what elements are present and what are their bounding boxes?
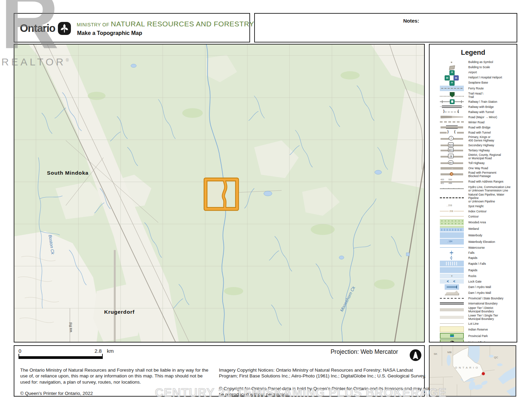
legend-item: Building as Symbol [440,60,515,64]
legend-item-label: Watercourse [468,246,485,249]
legend-item-label: Railway with Bridge [468,105,494,109]
contour-icon [440,214,464,219]
legend-item-label: Natural Gas Pipeline, Water Pipeline or … [468,193,515,203]
legend-item-label: Winter Road [468,121,484,124]
secondary-highway-icon: 524 [440,143,464,147]
legend-item-label: Road with Address Ranges [468,180,504,183]
scale-end-label: 2.8 [95,348,102,354]
national-park-icon [440,339,464,342]
legend-item: Hydro Line, Communication Line or Unknow… [440,185,515,192]
inset-map: SK MB O N T A R I O QC [430,346,516,396]
legend-item-label: Waterbody [468,234,482,237]
address-ranges-icon: 420 500 421 499 [440,178,464,185]
legend-item-label: Primary, Kings or 400 Series Highway [468,135,494,142]
ministry-prefix: MINISTRY OF [77,22,111,27]
legend-item: Dam \ Hydro Wall [440,284,515,290]
legend-item-label: Building to Scale [468,65,490,69]
legend-item-label: Provincial \ State Boundary [468,297,504,300]
legend-panel: Legend Building as SymbolBuilding to Sca… [429,44,517,342]
seaplane-base-icon [440,81,464,85]
north-arrow-icon [409,349,422,362]
notes-label: Notes: [403,18,419,24]
ontario-logo: Ontario [20,22,71,35]
lock-gate-icon [440,279,464,284]
lower-tier-boundary-icon [440,315,464,319]
inset-locator-map: SK MB O N T A R I O QC [429,345,516,397]
legend-item: International Boundary [440,301,515,306]
lot-line-icon [440,322,464,326]
scale-unit-label: km [107,348,114,354]
legend-item: 420 500 421 499Road with Address Ranges [440,178,515,185]
legend-item-label: Rapids \ Falls [468,262,486,265]
legend-item: Watercourse [440,245,515,250]
legend-item: 524Secondary Highway [440,143,515,147]
rocks-icon [440,274,464,278]
legend-item: Winter Road [440,120,515,124]
inset-label-qc: QC [494,356,498,359]
wooded-area-icon [440,219,464,225]
legend-item: Lot Line [440,321,515,326]
imagery-copyright: Imagery Copyright Notices: Ontario Minis… [219,367,431,379]
legend-item-label: Heliport \ Hospital Heliport [468,76,502,79]
notes-box: Notes: [254,13,517,42]
ferry-route-icon [440,86,464,91]
rapids-area-icon [440,267,464,273]
railway-bridge-icon [440,105,464,109]
label-south-mindoka: South Mindoka [47,170,88,176]
road-tunnel-icon [440,130,464,135]
legend-item: National Park [440,339,515,342]
one-way-road-icon [440,166,464,170]
trillium-icon [58,22,71,35]
legend-item-label: Road with Tunnel [468,131,491,134]
road-major-minor-icon [440,115,464,119]
inset-label-sk: SK [434,352,437,356]
topographic-map-page: { "header": { "brand": "Ontario", "minis… [0,0,532,411]
waterbody-icon [440,232,464,238]
primary-highway-icon: 7 [440,137,464,141]
legend-item: Indian Reserve [440,326,515,332]
legend-item: Airport [440,70,515,75]
legend-item: Lock Gate [440,279,515,284]
legend-item-label: National Park [468,341,486,342]
winter-road-icon [440,120,464,124]
legend-item-label: Seaplane Base [468,81,488,84]
ontario-wordmark: Ontario [20,22,55,35]
topographic-map[interactable]: South Mindoka Krugerdorf Boston Ck Moose… [14,45,424,342]
legend-item: Natural Gas Pipeline, Water Pipeline or … [440,193,515,203]
legend-item-label: One Way Road [468,166,488,170]
legend-item: Seaplane Base [440,80,515,85]
legend-item: Railway \ Train Station [440,99,515,104]
legend-item-label: Secondary Highway [468,144,494,147]
legend-item: 7Primary, Kings or 400 Series Highway [440,135,515,142]
legend-item-label: Lock Gate [468,280,482,283]
legend-item-label: Upper Tier \ District Municipal Boundary [468,306,494,313]
inset-location-marker [482,372,485,375]
legend-item: Waterbody [440,232,515,238]
legend-item: Heliport \ Hospital Heliport [440,75,515,80]
legend-item: Rapids [440,267,515,273]
indian-reserve-icon [440,326,464,332]
legend-item: Wooded Area [440,219,515,225]
legend-item-label: Ferry Route [468,87,484,90]
legend-item-label: Hydro Line, Communication Line or Unknow… [468,185,510,192]
legend-item-label: Dam \ Hydro Wall [468,285,491,289]
tertiary-highway-icon: 801 [440,148,464,152]
parcel-copyright: © Copyright for Ontario Parcel data is h… [219,386,431,398]
provincial-boundary-icon [440,296,464,300]
legend-item: 801Tertiary Highway [440,148,515,152]
map-viewport[interactable]: South Mindoka Krugerdorf Boston Ck Moose… [14,44,425,342]
legend-item: Railway with Bridge [440,104,515,109]
legend-item-label: Rapids [468,269,477,272]
legend-item-label: Lot Line [468,322,479,325]
legend-item-label: Contour [468,215,479,218]
legend-item-label: Building as Symbol [468,60,493,64]
legend-item-label: Trail Head \ Trail [468,92,483,99]
legend-items: Building as SymbolBuilding to ScaleAirpo… [430,60,517,342]
legend-item: , 184Waterbody Elevation [440,239,515,245]
legend-item-label: Indian Reserve [468,328,488,331]
trail-head-icon [440,93,464,97]
rapids-point-icon [440,256,464,260]
dam-hydro-wall2-icon [440,290,464,295]
legend-item: Rapids [440,256,515,260]
legend-item: Road with Tunnel [440,130,515,135]
